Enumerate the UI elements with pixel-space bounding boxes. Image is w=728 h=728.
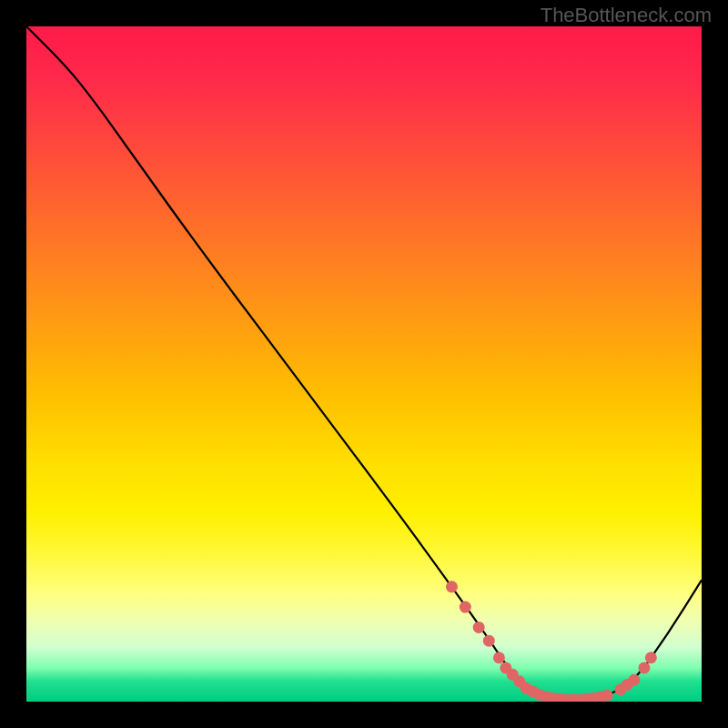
chart-markers [446,581,657,702]
chart-marker [645,652,657,663]
chart-curve [26,26,702,699]
chart-marker [446,581,458,592]
chart-marker [602,690,613,702]
chart-marker [628,674,640,686]
chart-marker [460,602,471,613]
chart-svg [26,26,702,702]
attribution-text: TheBottleneck.com [541,4,712,27]
chart-marker [473,622,485,633]
chart-marker [483,635,495,647]
chart-marker [638,662,650,673]
chart-marker [493,652,505,663]
chart-plot-area [26,26,702,702]
